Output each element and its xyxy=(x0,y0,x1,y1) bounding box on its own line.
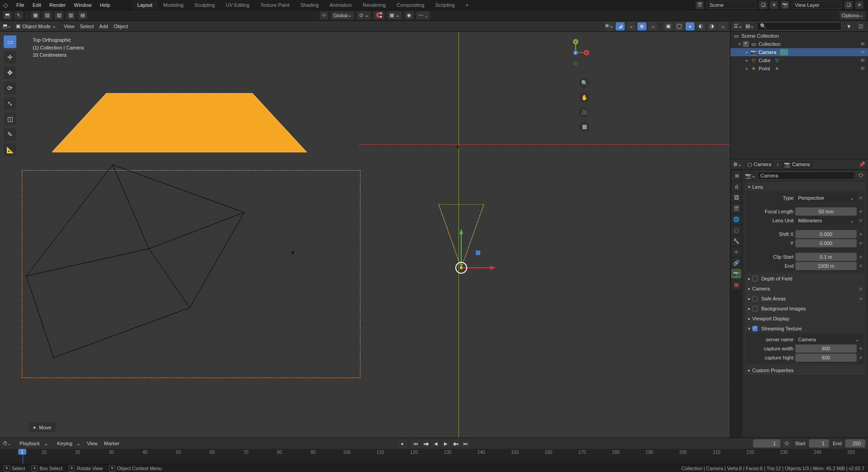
perspective-toggle-icon[interactable]: ▦ xyxy=(579,122,589,132)
tab-rendering[interactable]: Rendering xyxy=(357,0,391,10)
measure-tool[interactable]: 📐 xyxy=(4,143,16,156)
editor-type-icon[interactable]: ☰⌄ xyxy=(733,22,742,30)
pin-icon[interactable]: 📌 xyxy=(859,162,865,167)
rotate-tool[interactable]: ⟳ xyxy=(4,82,16,94)
scene-collection-row[interactable]: ▭ Scene Collection xyxy=(730,32,868,40)
panel-dof-header[interactable]: ▸Depth of Field xyxy=(745,275,865,283)
gizmo-toggle-icon[interactable]: ◢ xyxy=(616,22,625,30)
cursor-tool[interactable]: ✛ xyxy=(4,51,16,64)
scene-name-field[interactable]: Scene xyxy=(706,1,756,9)
anim-dot[interactable] xyxy=(859,197,862,199)
end-frame-field[interactable]: 250 xyxy=(845,439,865,447)
focal-length-field[interactable]: 50 mm xyxy=(795,207,857,216)
select-mode-intersect-icon[interactable]: ▥ xyxy=(66,11,75,20)
tab-texture-icon[interactable]: ▦ xyxy=(731,280,741,290)
panel-stream-header[interactable]: ▾Streaming Texture xyxy=(745,324,865,333)
orientation-dropdown[interactable]: Global ⌄ xyxy=(331,11,354,20)
scene-browse-icon[interactable]: 🎬 xyxy=(695,1,704,9)
filter-icon[interactable]: ▼ xyxy=(844,22,853,30)
preset-icon[interactable]: ≡ xyxy=(859,286,862,291)
snap-toggle-icon[interactable]: 🧲 xyxy=(374,11,385,20)
menu-help[interactable]: Help xyxy=(96,1,114,9)
shading-preview-icon[interactable]: ◐ xyxy=(696,22,705,30)
menu-edit[interactable]: Edit xyxy=(29,1,45,9)
camera-icon[interactable]: 📷⌄ xyxy=(745,173,755,179)
gizmo-dropdown[interactable]: ⌄ xyxy=(626,22,636,30)
visibility-eye-icon[interactable]: 👁 xyxy=(860,41,865,47)
shift-y-field[interactable]: 0.000 xyxy=(795,239,857,247)
anim-dot[interactable] xyxy=(859,356,862,359)
collection-row[interactable]: ▾ ▭ Collection 👁 xyxy=(730,40,868,48)
viewlayer-field[interactable]: View Layer xyxy=(792,1,842,9)
current-frame-field[interactable]: 1 xyxy=(753,439,780,447)
preset-icon[interactable]: ≡ xyxy=(859,296,862,301)
select-mode-extend-icon[interactable]: ▧ xyxy=(43,11,52,20)
cursor-tool-icon[interactable]: ↖ xyxy=(15,11,23,20)
proportional-dropdown[interactable]: 〰 ⌄ xyxy=(416,11,430,20)
menu-add[interactable]: Add xyxy=(97,22,111,30)
select-box-tool[interactable]: ▭ xyxy=(4,35,16,48)
tab-render-icon[interactable]: 🖥 xyxy=(731,171,741,181)
visibility-eye-icon[interactable]: 👁 xyxy=(860,49,865,55)
tab-data-icon[interactable]: 📷 xyxy=(731,269,741,279)
disclosure-triangle-icon[interactable]: ▾ xyxy=(739,42,742,46)
outliner-item-cube[interactable]: ▸ ▽ Cube ▽ 👁 xyxy=(730,56,868,64)
overlay-dropdown[interactable]: ⌄ xyxy=(648,22,657,30)
menu-select[interactable]: Select xyxy=(77,22,97,30)
preview-range-icon[interactable]: ⏲ xyxy=(782,439,791,447)
timeline-track[interactable]: 1 10203040506070809010011012013014015016… xyxy=(0,449,868,464)
mode-dropdown[interactable]: ▣ Object Mode ⌄ xyxy=(13,22,59,30)
select-mode-box-icon[interactable]: ▦ xyxy=(31,11,40,20)
capture-height-field[interactable]: 800 xyxy=(795,354,857,362)
type-dropdown[interactable]: Perspective xyxy=(795,194,857,202)
editor-type-icon[interactable]: ⏱⌄ xyxy=(3,441,10,446)
tab-compositing[interactable]: Compositing xyxy=(391,0,430,10)
proportional-toggle-icon[interactable]: ◉ xyxy=(404,11,414,20)
3d-viewport[interactable]: ✶ ▭ ✛ ✥ ⟳ ⤡ xyxy=(0,32,730,438)
play-icon[interactable]: ▶ xyxy=(441,439,450,447)
disclosure-triangle-icon[interactable]: ▸ xyxy=(746,50,750,54)
tab-modifier-icon[interactable]: 🔧 xyxy=(731,236,741,246)
pivot-dropdown[interactable]: ⊙ ⌄ xyxy=(357,11,371,20)
tab-scene-icon[interactable]: 🎬 xyxy=(731,203,741,213)
tab-shading[interactable]: Shading xyxy=(295,0,324,10)
panel-vd-header[interactable]: ▸Viewport Display xyxy=(745,315,865,323)
tab-animation[interactable]: Animation xyxy=(324,0,357,10)
server-name-field[interactable]: Camera xyxy=(795,335,862,344)
keyframe-next-icon[interactable]: ◆▸ xyxy=(451,439,460,447)
datablock-name-input[interactable] xyxy=(757,172,855,180)
autokey-toggle-icon[interactable]: ● xyxy=(398,439,407,447)
last-operator-panel[interactable]: ▸ Move xyxy=(29,423,56,432)
snap-dropdown[interactable]: ▦ ⌄ xyxy=(387,11,402,20)
tab-texture-paint[interactable]: Texture Paint xyxy=(255,0,295,10)
navigation-gizmo[interactable]: Y X Z xyxy=(562,39,589,66)
panel-camera-header[interactable]: ▸Camera≡ xyxy=(745,285,865,293)
shading-solid-icon[interactable]: ● xyxy=(686,22,695,30)
anim-dot[interactable] xyxy=(859,347,862,350)
tab-constraint-icon[interactable]: 🔗 xyxy=(731,258,741,268)
orientation-icon[interactable]: ⊹ xyxy=(320,11,328,20)
menu-marker[interactable]: Marker xyxy=(101,439,122,448)
anim-dot[interactable] xyxy=(859,242,862,245)
display-mode-icon[interactable]: ▤⌄ xyxy=(745,22,754,30)
camera-view-icon[interactable]: 🎥 xyxy=(579,107,589,117)
options-dropdown[interactable]: Options ⌄ xyxy=(839,11,865,20)
panel-safe-header[interactable]: ▸Safe Areas≡ xyxy=(745,295,865,303)
menu-file[interactable]: File xyxy=(13,1,28,9)
stream-checkbox[interactable] xyxy=(752,326,758,331)
shading-wireframe-icon[interactable]: ◯ xyxy=(675,22,684,30)
menu-timeline-view[interactable]: View xyxy=(84,439,100,448)
disclosure-triangle-icon[interactable]: ▸ xyxy=(746,58,750,63)
breadcrumb-object[interactable]: ▢Camera xyxy=(745,161,774,168)
editor-type-dropdown[interactable]: ⬒⌄ xyxy=(3,23,11,29)
anim-dot[interactable] xyxy=(859,265,862,267)
anim-dot[interactable] xyxy=(859,219,862,222)
viewlayer-new-button[interactable]: ❏ xyxy=(844,1,853,9)
clip-end-field[interactable]: 1000 m xyxy=(795,262,857,270)
collection-checkbox[interactable] xyxy=(743,41,749,47)
editor-type-icon[interactable]: ⚙⌄ xyxy=(733,162,742,167)
safe-checkbox[interactable] xyxy=(752,296,758,301)
tab-scripting[interactable]: Scripting xyxy=(430,0,460,10)
anim-dot[interactable] xyxy=(859,233,862,236)
tab-modeling[interactable]: Modeling xyxy=(158,0,189,10)
